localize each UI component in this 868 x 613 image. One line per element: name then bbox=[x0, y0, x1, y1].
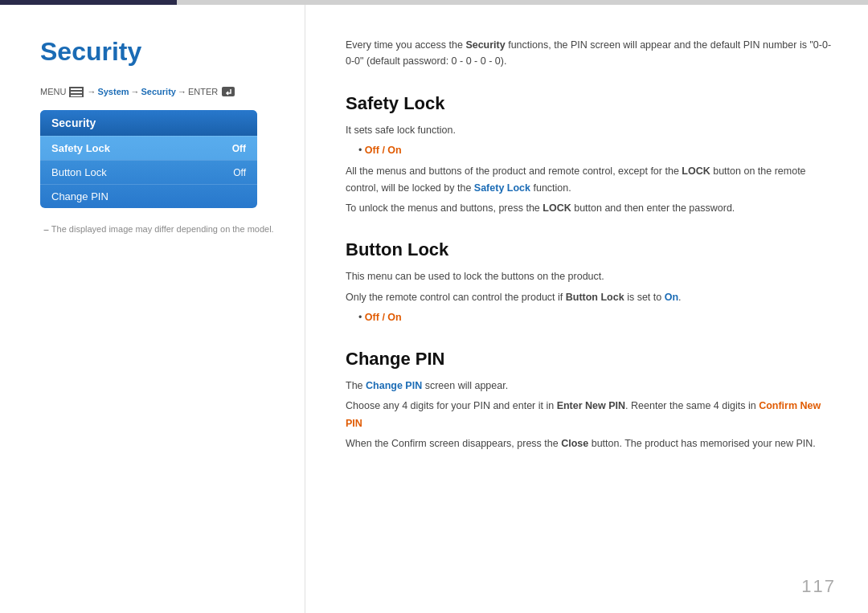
section-body-safety-lock: It sets safe lock function. Off / On All… bbox=[346, 122, 836, 217]
breadcrumb-menu: MENU bbox=[40, 87, 66, 96]
change-pin-desc: The Change PIN screen will appear. bbox=[346, 378, 836, 394]
menu-item-value: Off bbox=[232, 143, 246, 154]
menu-icon bbox=[69, 87, 84, 97]
enter-icon bbox=[221, 86, 235, 97]
menu-item-label: Safety Lock bbox=[51, 142, 110, 154]
section-safety-lock: Safety Lock It sets safe lock function. … bbox=[346, 93, 836, 217]
page-number: 117 bbox=[801, 576, 836, 597]
menu-item-safety-lock[interactable]: Safety Lock Off bbox=[40, 136, 257, 160]
safety-lock-detail2: To unlock the menus and buttons, press t… bbox=[346, 200, 836, 217]
breadcrumb: MENU → System → Security → ENTER bbox=[40, 86, 280, 97]
breadcrumb-enter: ENTER bbox=[188, 87, 218, 96]
button-lock-desc: This menu can be used to lock the button… bbox=[346, 268, 836, 285]
intro-text: Every time you access the Security funct… bbox=[346, 37, 836, 69]
menu-item-label: Change PIN bbox=[51, 190, 108, 202]
safety-lock-detail1: All the menus and buttons of the product… bbox=[346, 163, 836, 198]
breadcrumb-arrow2: → bbox=[131, 87, 140, 96]
change-pin-detail2: When the Confirm screen disappears, pres… bbox=[346, 435, 836, 452]
button-lock-options: Off / On bbox=[346, 309, 836, 326]
ui-menu-box: Security Safety Lock Off Button Lock Off… bbox=[40, 110, 257, 208]
menu-item-value: Off bbox=[233, 167, 246, 178]
safety-lock-options: Off / On bbox=[346, 142, 836, 159]
menu-item-change-pin[interactable]: Change PIN bbox=[40, 184, 257, 208]
section-title-change-pin: Change PIN bbox=[346, 349, 836, 370]
section-change-pin: Change PIN The Change PIN screen will ap… bbox=[346, 349, 836, 452]
menu-item-button-lock[interactable]: Button Lock Off bbox=[40, 160, 257, 184]
page-layout: Security MENU → System → Security → ENTE… bbox=[0, 5, 868, 613]
breadcrumb-arrow3: → bbox=[178, 87, 186, 96]
safety-lock-desc: It sets safe lock function. bbox=[346, 122, 836, 139]
ui-menu-title: Security bbox=[40, 110, 257, 136]
left-panel: Security MENU → System → Security → ENTE… bbox=[0, 5, 305, 613]
section-title-button-lock: Button Lock bbox=[346, 239, 836, 260]
menu-item-label: Button Lock bbox=[51, 166, 107, 178]
disclaimer: The displayed image may differ depending… bbox=[40, 224, 280, 235]
right-panel: Every time you access the Security funct… bbox=[305, 5, 868, 613]
breadcrumb-arrow1: → bbox=[87, 87, 96, 96]
breadcrumb-system: System bbox=[97, 87, 129, 96]
button-lock-detail: Only the remote control can control the … bbox=[346, 289, 836, 306]
breadcrumb-security: Security bbox=[141, 87, 176, 96]
section-button-lock: Button Lock This menu can be used to loc… bbox=[346, 239, 836, 326]
section-body-button-lock: This menu can be used to lock the button… bbox=[346, 268, 836, 326]
section-body-change-pin: The Change PIN screen will appear. Choos… bbox=[346, 378, 836, 452]
change-pin-detail1: Choose any 4 digits for your PIN and ent… bbox=[346, 398, 836, 432]
page-title: Security bbox=[40, 37, 280, 67]
section-title-safety-lock: Safety Lock bbox=[346, 93, 836, 114]
